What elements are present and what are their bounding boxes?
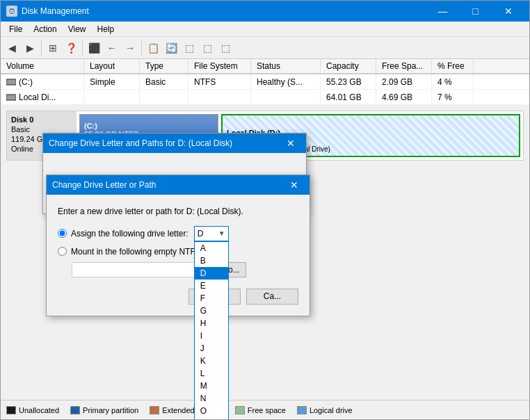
table-row[interactable]: Local Di... 64.01 GB 4.69 GB 7 %: [1, 90, 529, 105]
legend-box-primary: [70, 406, 80, 414]
dialog2-cancel-button[interactable]: Ca...: [246, 289, 298, 305]
td-type-d: [140, 90, 188, 104]
toolbar-btn12[interactable]: ⬚: [217, 40, 234, 56]
dropdown-list: A B D E F G H I J K L M: [194, 241, 229, 419]
th-filesystem[interactable]: File System: [188, 59, 251, 73]
td-status-d: [251, 90, 321, 104]
main-window: Disk Management — □ ✕ File Action View H…: [0, 0, 530, 420]
th-layout[interactable]: Layout: [84, 59, 140, 73]
ntfs-path-input[interactable]: [72, 262, 211, 277]
radio-mount[interactable]: [58, 247, 67, 256]
dialog1-title-bar: Change Drive Letter and Paths for D: (Lo…: [43, 134, 306, 153]
td-layout-c: Simple: [84, 74, 140, 89]
app-icon: [6, 6, 17, 17]
menu-file[interactable]: File: [3, 23, 28, 35]
toolbar-sep1: [41, 41, 42, 55]
legend-box-logical: [297, 406, 307, 414]
svg-rect-2: [10, 12, 14, 13]
th-free[interactable]: Free Spa...: [376, 59, 432, 73]
drive-select-area: D ▼ A B D E F G H: [194, 226, 229, 241]
radio-assign[interactable]: [58, 229, 67, 238]
dialog2-body: Enter a new drive letter or path for D: …: [47, 195, 310, 316]
dropdown-item[interactable]: E: [195, 280, 228, 292]
toolbar-btn5[interactable]: ⬛: [86, 40, 102, 56]
menu-action[interactable]: Action: [28, 23, 62, 35]
dropdown-item[interactable]: A: [195, 242, 228, 255]
toolbar: ◀ ▶ ⊞ ❓ ⬛ ← → 📋 🔄 ⬚ ⬚ ⬚: [1, 37, 529, 59]
dropdown-item-selected[interactable]: D: [195, 267, 228, 280]
toolbar-btn3[interactable]: ⊞: [45, 40, 61, 56]
td-pct-c: 4 %: [432, 74, 474, 89]
legend-box-free: [235, 406, 245, 414]
dropdown-item[interactable]: I: [195, 330, 228, 342]
td-status-c: Healthy (S...: [251, 74, 321, 89]
toolbar-btn4[interactable]: ❓: [63, 40, 79, 56]
legend-box-extended: [150, 406, 159, 414]
dialog2-buttons: OK Ca...: [58, 289, 298, 305]
maximize-button[interactable]: □: [460, 1, 491, 22]
toolbar-btn6[interactable]: ←: [104, 40, 120, 56]
toolbar-btn10[interactable]: ⬚: [181, 40, 198, 56]
dropdown-item[interactable]: F: [195, 292, 228, 305]
toolbar-btn9[interactable]: 🔄: [163, 40, 179, 56]
dropdown-item[interactable]: O: [195, 405, 228, 417]
toolbar-btn11[interactable]: ⬚: [199, 40, 216, 56]
th-type[interactable]: Type: [140, 59, 188, 73]
legend-logical: Logical drive: [297, 406, 353, 414]
th-capacity[interactable]: Capacity: [321, 59, 376, 73]
dialog2-description: Enter a new drive letter or path for D: …: [58, 206, 298, 218]
table-rows: (C:) Simple Basic NTFS Healthy (S... 55.…: [1, 74, 529, 105]
th-volume[interactable]: Volume: [1, 59, 84, 73]
dialog2-close-button[interactable]: ✕: [284, 175, 304, 195]
td-volume-c: (C:): [1, 74, 84, 89]
td-layout-d: [84, 90, 140, 104]
legend-box-unallocated: [6, 406, 16, 414]
legend-unallocated: Unallocated: [6, 406, 59, 414]
th-status[interactable]: Status: [251, 59, 321, 73]
content-area: Disk 0 Basic 119.24 GB Online (C:) 55.23…: [1, 105, 529, 419]
toolbar-forward[interactable]: ▶: [22, 40, 38, 56]
table-container: Volume Layout Type File System Status Ca…: [1, 59, 529, 105]
dialog1-close-button[interactable]: ✕: [281, 134, 300, 153]
toolbar-sep3: [141, 41, 142, 55]
disk0-name: Disk 0: [11, 115, 72, 124]
close-button[interactable]: ✕: [492, 1, 524, 22]
dialog2-title: Change Drive Letter or Path: [52, 180, 284, 190]
dropdown-item[interactable]: G: [195, 305, 228, 317]
drive-letter-select[interactable]: D ▼: [194, 226, 229, 241]
td-volume-d: Local Di...: [1, 90, 84, 104]
td-cap-c: 55.23 GB: [321, 74, 376, 89]
menu-help[interactable]: Help: [92, 23, 120, 35]
svg-rect-1: [10, 10, 14, 11]
th-pct[interactable]: % Free: [432, 59, 474, 73]
minimize-button[interactable]: —: [427, 1, 458, 22]
dropdown-item[interactable]: K: [195, 355, 228, 367]
toolbar-btn8[interactable]: 📋: [145, 40, 161, 56]
dialog1-title: Change Drive Letter and Paths for D: (Lo…: [49, 138, 281, 148]
svg-rect-6: [7, 95, 15, 99]
td-cap-d: 64.01 GB: [321, 90, 376, 104]
dropdown-item[interactable]: B: [195, 255, 228, 267]
dropdown-arrow-icon: ▼: [218, 229, 225, 237]
radio-assign-label[interactable]: Assign the following drive letter:: [71, 229, 188, 239]
toolbar-btn7[interactable]: →: [122, 40, 138, 56]
dropdown-item[interactable]: H: [195, 317, 228, 330]
td-fs-c: NTFS: [188, 74, 251, 89]
dropdown-item[interactable]: N: [195, 392, 228, 405]
dropdown-item[interactable]: J: [195, 342, 228, 355]
toolbar-sep2: [82, 41, 83, 55]
legend-free: Free space: [235, 406, 286, 414]
toolbar-back[interactable]: ◀: [3, 40, 20, 56]
menu-bar: File Action View Help: [1, 22, 529, 37]
window-title: Disk Management: [22, 6, 427, 16]
table-row[interactable]: (C:) Simple Basic NTFS Healthy (S... 55.…: [1, 74, 529, 90]
drive-letter-value: D: [198, 229, 204, 239]
dropdown-item[interactable]: M: [195, 380, 228, 392]
td-fs-d: [188, 90, 251, 104]
partition-c-label: (C:): [84, 122, 214, 130]
menu-view[interactable]: View: [63, 23, 92, 35]
dialog2-title-bar: Change Drive Letter or Path ✕: [47, 175, 310, 195]
dropdown-item[interactable]: L: [195, 367, 228, 380]
td-free-d: 4.69 GB: [376, 90, 432, 104]
dropdown-item[interactable]: P: [195, 417, 228, 419]
